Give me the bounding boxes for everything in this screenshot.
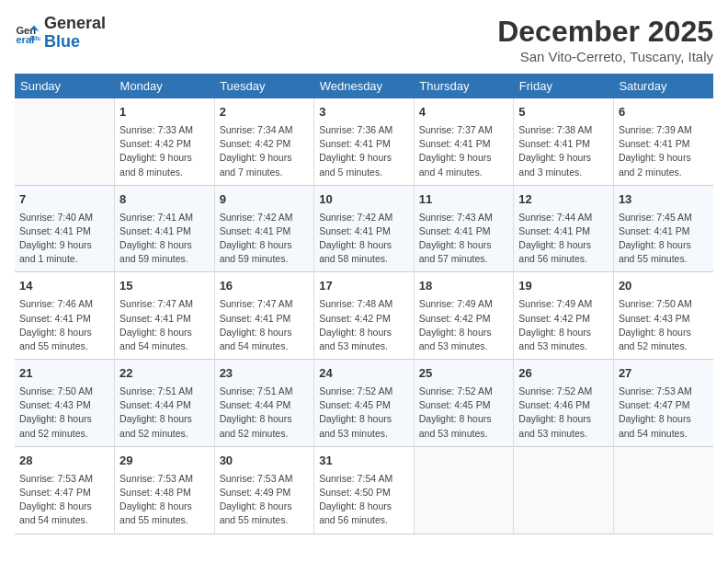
day-number: 30 (220, 453, 310, 470)
day-info: Sunrise: 7:40 AM Sunset: 4:41 PM Dayligh… (19, 211, 109, 267)
calendar-cell: 6Sunrise: 7:39 AM Sunset: 4:41 PM Daylig… (613, 98, 713, 185)
day-info: Sunrise: 7:49 AM Sunset: 4:42 PM Dayligh… (518, 297, 609, 353)
calendar-week-row: 7Sunrise: 7:40 AM Sunset: 4:41 PM Daylig… (15, 185, 713, 272)
day-info: Sunrise: 7:41 AM Sunset: 4:41 PM Dayligh… (119, 211, 210, 267)
day-number: 4 (419, 104, 509, 121)
calendar-cell: 21Sunrise: 7:50 AM Sunset: 4:43 PM Dayli… (15, 360, 115, 447)
day-number: 15 (119, 278, 210, 295)
calendar-cell: 23Sunrise: 7:51 AM Sunset: 4:44 PM Dayli… (214, 360, 314, 447)
calendar-cell: 10Sunrise: 7:42 AM Sunset: 4:41 PM Dayli… (314, 185, 415, 272)
calendar-week-row: 21Sunrise: 7:50 AM Sunset: 4:43 PM Dayli… (15, 360, 713, 447)
calendar-cell: 22Sunrise: 7:51 AM Sunset: 4:44 PM Dayli… (115, 360, 215, 447)
day-info: Sunrise: 7:48 AM Sunset: 4:42 PM Dayligh… (319, 297, 409, 353)
calendar-cell: 4Sunrise: 7:37 AM Sunset: 4:41 PM Daylig… (414, 98, 514, 185)
calendar-subtitle: San Vito-Cerreto, Tuscany, Italy (497, 49, 713, 64)
day-number: 17 (319, 278, 409, 295)
calendar-cell: 30Sunrise: 7:53 AM Sunset: 4:49 PM Dayli… (214, 446, 314, 534)
day-number: 14 (19, 278, 109, 295)
calendar-header-row: SundayMondayTuesdayWednesdayThursdayFrid… (15, 74, 713, 98)
logo-text: General Blue (44, 15, 106, 52)
title-area: December 2025 San Vito-Cerreto, Tuscany,… (497, 15, 713, 64)
calendar-cell: 26Sunrise: 7:52 AM Sunset: 4:46 PM Dayli… (514, 360, 614, 447)
calendar-week-row: 28Sunrise: 7:53 AM Sunset: 4:47 PM Dayli… (15, 446, 713, 534)
day-number: 11 (419, 191, 509, 209)
day-number: 1 (119, 104, 210, 121)
calendar-cell: 29Sunrise: 7:53 AM Sunset: 4:48 PM Dayli… (115, 446, 215, 534)
day-number: 19 (518, 278, 609, 295)
day-info: Sunrise: 7:53 AM Sunset: 4:48 PM Dayligh… (119, 472, 210, 528)
day-number: 25 (419, 365, 509, 383)
calendar-cell: 16Sunrise: 7:47 AM Sunset: 4:41 PM Dayli… (214, 272, 314, 360)
calendar-cell: 9Sunrise: 7:42 AM Sunset: 4:41 PM Daylig… (214, 185, 314, 272)
calendar-cell: 25Sunrise: 7:52 AM Sunset: 4:45 PM Dayli… (414, 360, 514, 447)
day-header-wednesday: Wednesday (314, 74, 415, 98)
day-header-saturday: Saturday (613, 74, 713, 98)
day-info: Sunrise: 7:38 AM Sunset: 4:41 PM Dayligh… (518, 123, 609, 179)
day-info: Sunrise: 7:54 AM Sunset: 4:50 PM Dayligh… (319, 472, 409, 528)
calendar-cell: 14Sunrise: 7:46 AM Sunset: 4:41 PM Dayli… (15, 272, 115, 360)
day-info: Sunrise: 7:52 AM Sunset: 4:45 PM Dayligh… (319, 385, 409, 441)
day-info: Sunrise: 7:49 AM Sunset: 4:42 PM Dayligh… (419, 297, 509, 353)
day-info: Sunrise: 7:46 AM Sunset: 4:41 PM Dayligh… (19, 297, 109, 353)
day-info: Sunrise: 7:52 AM Sunset: 4:46 PM Dayligh… (518, 385, 609, 441)
day-info: Sunrise: 7:33 AM Sunset: 4:42 PM Dayligh… (119, 123, 210, 179)
calendar-cell: 12Sunrise: 7:44 AM Sunset: 4:41 PM Dayli… (514, 185, 614, 272)
day-info: Sunrise: 7:50 AM Sunset: 4:43 PM Dayligh… (19, 385, 109, 441)
calendar-week-row: 14Sunrise: 7:46 AM Sunset: 4:41 PM Dayli… (15, 272, 713, 360)
calendar-cell: 18Sunrise: 7:49 AM Sunset: 4:42 PM Dayli… (414, 272, 514, 360)
day-number: 13 (619, 191, 709, 209)
day-number: 5 (518, 104, 609, 121)
day-number: 26 (518, 365, 609, 383)
calendar-cell (514, 446, 614, 534)
day-number: 29 (119, 453, 210, 470)
day-info: Sunrise: 7:47 AM Sunset: 4:41 PM Dayligh… (119, 297, 210, 353)
calendar-cell: 31Sunrise: 7:54 AM Sunset: 4:50 PM Dayli… (314, 446, 415, 534)
day-info: Sunrise: 7:51 AM Sunset: 4:44 PM Dayligh… (220, 385, 310, 441)
calendar-cell: 27Sunrise: 7:53 AM Sunset: 4:47 PM Dayli… (613, 360, 713, 447)
calendar-cell: 2Sunrise: 7:34 AM Sunset: 4:42 PM Daylig… (214, 98, 314, 185)
day-number: 21 (19, 365, 109, 383)
calendar-cell (15, 98, 115, 185)
day-number: 2 (220, 104, 310, 121)
logo-icon: Gen eral Blue (15, 20, 40, 46)
day-info: Sunrise: 7:50 AM Sunset: 4:43 PM Dayligh… (619, 297, 709, 353)
day-info: Sunrise: 7:42 AM Sunset: 4:41 PM Dayligh… (319, 211, 409, 267)
day-header-monday: Monday (115, 74, 215, 98)
day-header-thursday: Thursday (414, 74, 514, 98)
day-number: 12 (518, 191, 609, 209)
day-header-friday: Friday (514, 74, 614, 98)
day-number: 3 (319, 104, 409, 121)
day-number: 8 (119, 191, 210, 209)
calendar-cell: 3Sunrise: 7:36 AM Sunset: 4:41 PM Daylig… (314, 98, 415, 185)
calendar-cell: 24Sunrise: 7:52 AM Sunset: 4:45 PM Dayli… (314, 360, 415, 447)
day-number: 6 (619, 104, 709, 121)
day-info: Sunrise: 7:43 AM Sunset: 4:41 PM Dayligh… (419, 211, 509, 267)
day-number: 10 (319, 191, 409, 209)
day-number: 24 (319, 365, 409, 383)
calendar-cell: 19Sunrise: 7:49 AM Sunset: 4:42 PM Dayli… (514, 272, 614, 360)
calendar-cell: 8Sunrise: 7:41 AM Sunset: 4:41 PM Daylig… (115, 185, 215, 272)
calendar-cell (414, 446, 514, 534)
day-info: Sunrise: 7:37 AM Sunset: 4:41 PM Dayligh… (419, 123, 509, 179)
day-number: 23 (220, 365, 310, 383)
day-number: 7 (19, 191, 109, 209)
day-number: 18 (419, 278, 509, 295)
calendar-cell: 1Sunrise: 7:33 AM Sunset: 4:42 PM Daylig… (115, 98, 215, 185)
day-header-tuesday: Tuesday (214, 74, 314, 98)
day-number: 22 (119, 365, 210, 383)
calendar-cell: 20Sunrise: 7:50 AM Sunset: 4:43 PM Dayli… (613, 272, 713, 360)
day-header-sunday: Sunday (15, 74, 115, 98)
calendar-table: SundayMondayTuesdayWednesdayThursdayFrid… (15, 74, 713, 534)
logo: Gen eral Blue General Blue (15, 15, 106, 52)
calendar-cell: 28Sunrise: 7:53 AM Sunset: 4:47 PM Dayli… (15, 446, 115, 534)
calendar-cell: 15Sunrise: 7:47 AM Sunset: 4:41 PM Dayli… (115, 272, 215, 360)
calendar-cell: 17Sunrise: 7:48 AM Sunset: 4:42 PM Dayli… (314, 272, 415, 360)
day-info: Sunrise: 7:51 AM Sunset: 4:44 PM Dayligh… (119, 385, 210, 441)
day-info: Sunrise: 7:53 AM Sunset: 4:47 PM Dayligh… (19, 472, 109, 528)
day-number: 16 (220, 278, 310, 295)
day-info: Sunrise: 7:45 AM Sunset: 4:41 PM Dayligh… (619, 211, 709, 267)
calendar-week-row: 1Sunrise: 7:33 AM Sunset: 4:42 PM Daylig… (15, 98, 713, 185)
day-info: Sunrise: 7:34 AM Sunset: 4:42 PM Dayligh… (220, 123, 310, 179)
calendar-title: December 2025 (497, 15, 713, 49)
calendar-cell: 11Sunrise: 7:43 AM Sunset: 4:41 PM Dayli… (414, 185, 514, 272)
